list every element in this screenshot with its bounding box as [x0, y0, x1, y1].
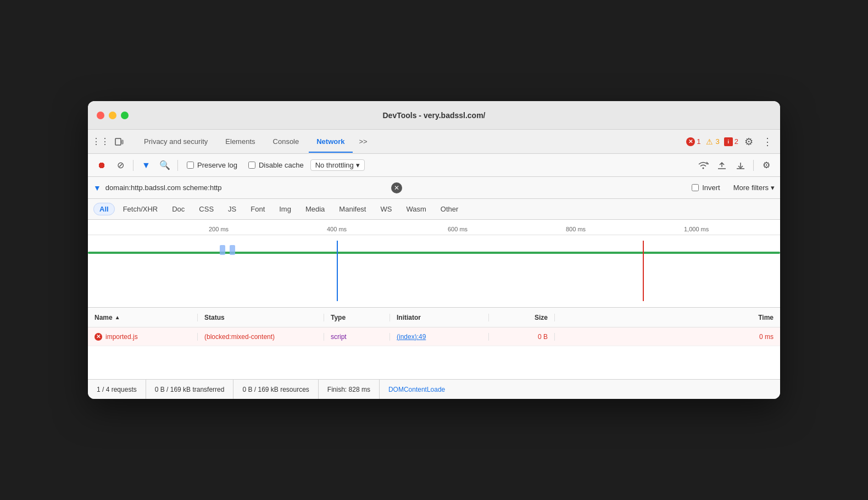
td-size: 0 B: [489, 333, 555, 341]
window-controls: [97, 112, 129, 119]
more-filters-button[interactable]: More filters ▾: [733, 184, 775, 192]
type-all-button[interactable]: All: [93, 203, 115, 215]
th-name-label: Name: [94, 314, 113, 321]
td-size-value: 0 B: [538, 333, 548, 341]
download-icon[interactable]: [732, 157, 749, 174]
warning-badge[interactable]: ⚠ 3: [705, 137, 720, 146]
status-requests: 1 / 4 requests: [88, 380, 146, 399]
network-settings-icon[interactable]: ⚙: [758, 157, 775, 174]
th-size-label: Size: [535, 314, 548, 321]
device-toolbar-icon[interactable]: [111, 134, 127, 150]
preserve-log-input[interactable]: [187, 162, 194, 169]
timeline-area[interactable]: 200 ms 400 ms 600 ms 800 ms 1,000 ms: [88, 220, 780, 308]
stop-recording-button[interactable]: ⏺: [93, 157, 110, 174]
info-icon: i: [724, 137, 733, 146]
th-name[interactable]: Name ▲: [88, 314, 198, 321]
status-transferred-text: 0 B / 169 kB transferred: [155, 386, 225, 393]
status-resources-text: 0 B / 169 kB resources: [242, 386, 309, 393]
invert-input[interactable]: [692, 184, 699, 191]
status-resources: 0 B / 169 kB resources: [233, 380, 318, 399]
devtools-nav-icons: ⋮⋮: [92, 134, 127, 150]
timeline-selection-right[interactable]: [230, 245, 235, 255]
timeline-green-bar: [88, 252, 780, 254]
clear-button[interactable]: ⊘: [112, 157, 129, 174]
tabbar: ⋮⋮ Privacy and security Elements Console…: [88, 130, 780, 154]
statusbar: 1 / 4 requests 0 B / 169 kB transferred …: [88, 379, 780, 399]
disable-cache-checkbox[interactable]: Disable cache: [248, 161, 304, 169]
wifi-settings-icon[interactable]: [695, 157, 711, 174]
tab-privacy[interactable]: Privacy and security: [136, 134, 215, 149]
th-type[interactable]: Type: [324, 314, 390, 321]
tab-elements[interactable]: Elements: [218, 134, 263, 149]
td-status: (blocked:mixed-content): [198, 333, 324, 341]
search-icon[interactable]: 🔍: [157, 157, 173, 174]
throttle-dropdown[interactable]: No throttling ▾: [310, 159, 365, 171]
th-initiator-label: Initiator: [397, 314, 421, 321]
tab-console[interactable]: Console: [265, 134, 307, 149]
error-icon: ✕: [686, 137, 695, 146]
filter-input[interactable]: domain:http.badssl.com scheme:http: [105, 184, 387, 192]
toolbar-right-icons: ⚙: [695, 157, 775, 174]
type-font-button[interactable]: Font: [244, 203, 271, 215]
type-doc-button[interactable]: Doc: [166, 203, 191, 215]
status-domcontent[interactable]: DOMContentLoade: [380, 386, 454, 393]
throttle-arrow-icon: ▾: [356, 161, 360, 169]
upload-icon[interactable]: [714, 157, 730, 174]
ruler-mark-400: 400 ms: [327, 226, 347, 232]
type-ws-button[interactable]: WS: [374, 203, 398, 215]
ruler-mark-1000: 1,000 ms: [684, 226, 709, 232]
th-initiator[interactable]: Initiator: [390, 314, 489, 321]
filter-icon[interactable]: ▼: [138, 157, 154, 174]
tab-network[interactable]: Network: [309, 134, 352, 149]
close-button[interactable]: [97, 112, 104, 119]
type-other-button[interactable]: Other: [435, 203, 465, 215]
ruler-mark-600: 600 ms: [448, 226, 468, 232]
preserve-log-label: Preserve log: [197, 161, 237, 169]
more-tabs-button[interactable]: >>: [355, 135, 372, 148]
svg-point-2: [703, 167, 704, 169]
td-initiator[interactable]: (index):49: [390, 333, 489, 341]
status-requests-text: 1 / 4 requests: [97, 386, 137, 393]
type-manifest-button[interactable]: Manifest: [333, 203, 372, 215]
preserve-log-checkbox[interactable]: Preserve log: [187, 161, 237, 169]
more-filters-arrow-icon: ▾: [771, 184, 775, 192]
network-toolbar: ⏺ ⊘ ▼ 🔍 Preserve log Disable cache No th…: [88, 154, 780, 177]
td-initiator-value: (index):49: [397, 333, 426, 341]
type-css-button[interactable]: CSS: [193, 203, 220, 215]
th-time-label: Time: [758, 314, 774, 321]
settings-icon[interactable]: ⚙: [741, 134, 757, 150]
th-time[interactable]: Time: [555, 314, 780, 321]
more-options-icon[interactable]: ⋮: [759, 134, 776, 150]
status-finish: Finish: 828 ms: [319, 380, 380, 399]
td-time: 0 ms: [555, 333, 780, 341]
warning-icon: ⚠: [705, 137, 714, 146]
th-status-label: Status: [204, 314, 225, 321]
invert-checkbox[interactable]: Invert: [692, 184, 720, 192]
type-img-button[interactable]: Img: [273, 203, 297, 215]
th-status[interactable]: Status: [198, 314, 324, 321]
th-size[interactable]: Size: [489, 314, 555, 321]
table-row[interactable]: ✕ imported.js (blocked:mixed-content) sc…: [88, 327, 780, 346]
type-fetch-button[interactable]: Fetch/XHR: [117, 203, 164, 215]
type-wasm-button[interactable]: Wasm: [400, 203, 432, 215]
maximize-button[interactable]: [121, 112, 129, 119]
minimize-button[interactable]: [109, 112, 116, 119]
filter-clear-button[interactable]: ✕: [391, 182, 402, 193]
status-domcontent-text: DOMContentLoade: [388, 386, 445, 393]
error-badge[interactable]: ✕ 1: [686, 137, 700, 146]
disable-cache-input[interactable]: [248, 162, 255, 169]
warning-count: 3: [716, 137, 720, 146]
invert-label: Invert: [702, 184, 720, 192]
type-filter-bar: All Fetch/XHR Doc CSS JS Font Img Media …: [88, 199, 780, 220]
timeline-selection-left[interactable]: [220, 245, 225, 255]
network-table: Name ▲ Status Type Initiator Size Time ✕…: [88, 308, 780, 379]
info-badge[interactable]: i 2: [724, 137, 738, 146]
devtools-window: DevTools - very.badssl.com/ ⋮⋮ Privacy a…: [88, 101, 780, 399]
info-count: 2: [735, 137, 738, 146]
type-js-button[interactable]: JS: [222, 203, 242, 215]
ruler-mark-200: 200 ms: [209, 226, 229, 232]
type-media-button[interactable]: Media: [299, 203, 331, 215]
inspect-icon[interactable]: ⋮⋮: [92, 134, 109, 150]
td-name-value: imported.js: [105, 333, 138, 341]
throttle-label: No throttling: [315, 161, 354, 169]
